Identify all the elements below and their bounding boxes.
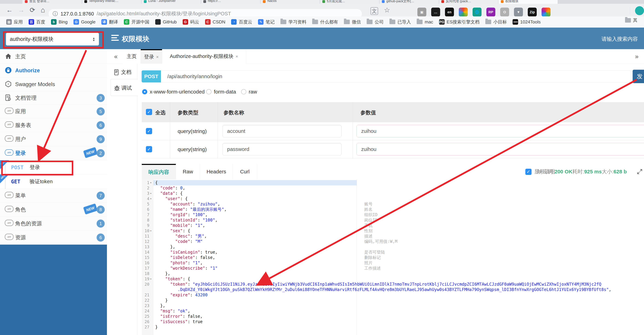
- param-value-input[interactable]: zuihou: [356, 143, 644, 156]
- send-button[interactable]: 发: [632, 70, 644, 83]
- fullscreen-icon[interactable]: [637, 169, 642, 174]
- sidebar-item-用户[interactable]: API用户9: [0, 132, 107, 146]
- tab-raw[interactable]: Raw: [176, 164, 200, 180]
- fold-caret-icon[interactable]: ▾: [150, 180, 152, 186]
- param-name-input[interactable]: password: [222, 143, 342, 156]
- code-line: 18},: [142, 271, 644, 276]
- param-row-checkbox[interactable]: ✓: [146, 146, 152, 152]
- avatar[interactable]: [635, 6, 644, 15]
- tab-doc[interactable]: 文档: [114, 69, 132, 76]
- fold-caret-icon[interactable]: ▾: [150, 196, 152, 202]
- tab-curl[interactable]: Curl: [233, 164, 257, 180]
- bookmark-item[interactable]: GGoogle: [74, 19, 96, 25]
- collapse-tabs-icon[interactable]: «: [114, 53, 118, 60]
- sidebar-item-服务表[interactable]: API服务表6: [0, 118, 107, 132]
- browser-tab[interactable]: github-pack文件(…: [380, 0, 439, 4]
- sidebar-item-Authorize[interactable]: Authorize: [0, 64, 107, 78]
- bookmark-item[interactable]: ▦应用: [6, 19, 23, 25]
- bookmark-item[interactable]: mac: [417, 19, 433, 25]
- radio-label[interactable]: raw: [249, 89, 257, 95]
- browser-tab[interactable]: 首页 登录/d…: [22, 0, 82, 4]
- sidebar-endpoint-GET-验证token[interactable]: NEWGET验证token: [0, 174, 107, 189]
- sidebar-item-应用[interactable]: API应用5: [0, 105, 107, 118]
- select-all-checkbox[interactable]: ✓: [146, 109, 152, 115]
- bookmark-item[interactable]: ◔百度云: [231, 19, 252, 25]
- radio-raw[interactable]: [241, 89, 246, 94]
- line-number: 16: [142, 260, 149, 266]
- sidebar-item-文档管理[interactable]: 文档管理3: [0, 91, 107, 105]
- radio-label[interactable]: x-www-form-urlencoded: [150, 89, 204, 95]
- bookmark-item[interactable]: GitHub: [155, 19, 177, 25]
- radio-x-www-form-urlencoded[interactable]: [142, 89, 147, 94]
- param-name-input[interactable]: account: [222, 125, 342, 137]
- extension-icon[interactable]: O: [500, 8, 509, 16]
- forward-icon[interactable]: →: [18, 6, 24, 14]
- browser-tab[interactable]: Temporary Interac…: [82, 0, 142, 4]
- param-type: query(string): [178, 146, 206, 152]
- extension-icon[interactable]: en: [445, 8, 454, 16]
- browser-tab[interactable]: Luna - Jumpserver: [142, 0, 201, 4]
- browser-tab[interactable]: Nacos: [260, 0, 320, 4]
- sidebar-item-Swagger Models[interactable]: SSwagger Models: [0, 78, 107, 91]
- home-icon[interactable]: ⌂: [41, 6, 45, 14]
- code-text: "stationId": "100",: [155, 218, 218, 223]
- bookmark-item[interactable]: 什么都有: [312, 19, 338, 25]
- translate-icon[interactable]: 文: [370, 7, 378, 15]
- fold-caret-icon[interactable]: ▾: [150, 228, 152, 234]
- back-icon[interactable]: ←: [6, 6, 13, 14]
- menu-icon[interactable]: [111, 35, 119, 42]
- bookmark-item[interactable]: 微信: [344, 19, 361, 25]
- sidebar-item-角色[interactable]: API角色NEW8: [0, 203, 107, 217]
- sidebar-item-主页[interactable]: 主页: [0, 50, 107, 64]
- bookmarks-overflow[interactable]: 其: [625, 17, 638, 23]
- fold-caret-icon[interactable]: ▾: [150, 191, 152, 196]
- bookmark-item[interactable]: 译翻译: [102, 19, 118, 25]
- param-row-checkbox[interactable]: ✓: [146, 128, 152, 134]
- browser-tab[interactable]: 权限模块: [498, 0, 558, 4]
- browser-tab[interactable]: https://…: [201, 0, 260, 4]
- sidebar-item-菜单[interactable]: API菜单7: [0, 189, 107, 203]
- param-value-input[interactable]: zuihou: [356, 125, 644, 137]
- bookmark-item[interactable]: C开源中国: [124, 19, 149, 25]
- expand-tabs-icon[interactable]: »: [635, 53, 638, 60]
- browser-tab[interactable]: 反向代理 (pack…: [439, 0, 498, 4]
- extension-icon[interactable]: [459, 8, 468, 16]
- tab-login[interactable]: 登录 ×: [141, 49, 162, 64]
- bookmark-item[interactable]: 小目标: [485, 19, 507, 25]
- show-description-checkbox[interactable]: ✓: [525, 169, 532, 175]
- sidebar-item-角色的资源[interactable]: API角色的资源1: [0, 217, 107, 231]
- radio-form-data[interactable]: [206, 89, 212, 94]
- bookmark-item[interactable]: 公司: [367, 19, 384, 25]
- extension-icon[interactable]: Zip: [528, 8, 537, 16]
- tab-headers[interactable]: Headers: [200, 164, 233, 180]
- tab-authorize-module[interactable]: Authorize-authority-权限模块 ×: [162, 49, 246, 64]
- bookmark-item[interactable]: 学习资料: [280, 19, 306, 25]
- sidebar-item-登录[interactable]: API登录NEW2: [0, 146, 107, 160]
- close-tab-icon[interactable]: ×: [236, 54, 238, 59]
- sidebar-item-资源[interactable]: API资源6: [0, 231, 107, 244]
- extension-icon[interactable]: 🌐: [472, 8, 482, 16]
- bookmark-item[interactable]: ✎笔记: [258, 19, 274, 25]
- radio-label[interactable]: form-data: [214, 89, 236, 95]
- close-tab-icon[interactable]: ×: [156, 54, 159, 60]
- reload-icon[interactable]: ⟳: [30, 6, 35, 14]
- extension-icon[interactable]: ▼: [514, 8, 523, 16]
- extension-icon[interactable]: RP: [486, 8, 495, 16]
- bookmark-item[interactable]: bBing: [51, 19, 68, 25]
- bookmark-item[interactable]: 10241024Tools: [512, 19, 541, 25]
- bookmark-item[interactable]: PGES搜索引擎文档: [439, 19, 480, 25]
- extension-icon[interactable]: …: [431, 8, 440, 16]
- extension-icon[interactable]: ▣: [418, 8, 426, 16]
- bookmark-item[interactable]: CCSDN: [205, 19, 226, 25]
- tab-home[interactable]: 主页: [123, 49, 141, 64]
- extension-icon[interactable]: [542, 8, 550, 16]
- tab-debug-label[interactable]: 调试: [114, 84, 132, 92]
- bookmark-item[interactable]: G码云: [183, 19, 199, 25]
- header-search-input[interactable]: 请输入搜索内容: [602, 36, 638, 42]
- bookmark-item[interactable]: 百百度: [29, 19, 45, 25]
- browser-tab[interactable]: 5月底完成…: [320, 0, 380, 4]
- tab-response-body[interactable]: 响应内容: [142, 164, 176, 180]
- fold-caret-icon[interactable]: ▾: [150, 276, 152, 282]
- bookmark-item[interactable]: 已导入: [390, 19, 411, 25]
- bookmark-star-icon[interactable]: ☆: [384, 6, 390, 14]
